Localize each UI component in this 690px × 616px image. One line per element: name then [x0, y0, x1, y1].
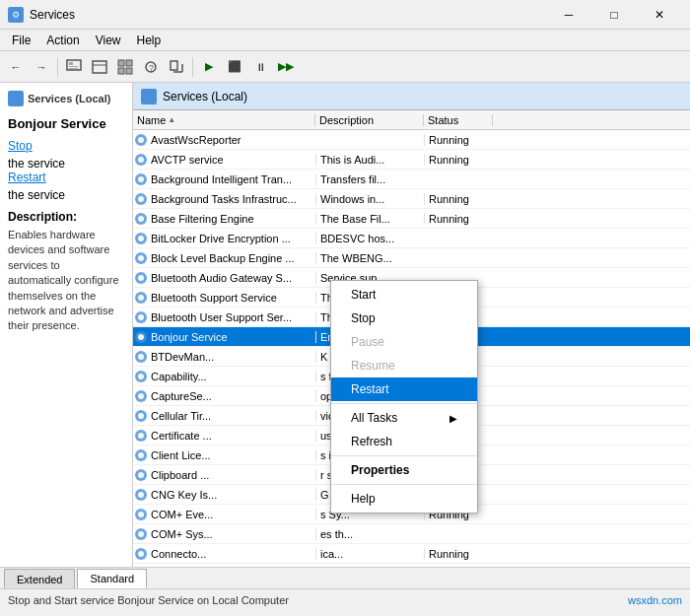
table-row[interactable]: BitLocker Drive Encryption ... BDESVC ho… [133, 229, 690, 248]
table-row[interactable]: AvastWscReporter Running [133, 130, 690, 150]
row-name-cell: COM+ Eve... [133, 507, 315, 522]
service-name-cell: Capability... [149, 371, 315, 382]
context-menu-item-stop[interactable]: Stop [331, 307, 477, 330]
toolbar-btn5[interactable] [165, 55, 188, 79]
maximize-button[interactable]: □ [591, 0, 637, 30]
service-icon [133, 250, 149, 266]
svg-point-58 [138, 551, 144, 557]
menu-view[interactable]: View [88, 32, 129, 49]
service-icon [133, 329, 149, 345]
svg-point-44 [138, 413, 144, 419]
row-name-cell: AvastWscReporter [133, 132, 315, 148]
description-label: Description: [8, 210, 124, 224]
toolbar-up[interactable] [62, 55, 86, 79]
table-row[interactable]: Connecto... ica... Running [133, 544, 690, 564]
context-menu-item-resume: Resume [331, 354, 477, 377]
close-button[interactable]: ✕ [637, 0, 682, 30]
toolbar-btn3[interactable] [113, 55, 137, 79]
service-status-cell: Running [424, 548, 493, 560]
context-menu-item-all-tasks[interactable]: All Tasks▶ [331, 406, 477, 430]
svg-rect-3 [69, 68, 78, 69]
service-status-cell: Running [424, 134, 493, 146]
svg-point-56 [138, 531, 144, 537]
row-name-cell: Bluetooth User Support Ser... [133, 309, 315, 325]
col-header-desc[interactable]: Description [315, 114, 424, 126]
menu-file[interactable]: File [4, 32, 38, 49]
window-controls: ─ □ ✕ [546, 0, 682, 30]
service-name-cell: Base Filtering Engine [149, 213, 315, 225]
service-name-cell: Bluetooth Support Service [149, 292, 315, 304]
toolbar-forward[interactable]: → [30, 55, 53, 79]
table-row[interactable]: COM+ Sys... es th... [133, 524, 690, 544]
table-row[interactable]: Background Tasks Infrastruc... Windows i… [133, 189, 690, 209]
service-desc-cell: es th... [315, 528, 424, 540]
row-name-cell: CaptureSe... [133, 388, 315, 404]
sort-arrow: ▲ [168, 115, 175, 124]
window-title: Services [30, 8, 75, 22]
svg-point-50 [138, 472, 144, 478]
toolbar-back[interactable]: ← [4, 55, 28, 79]
toolbar-show-hide[interactable] [88, 55, 111, 79]
context-menu-item-start[interactable]: Start [331, 283, 477, 307]
toolbar-restart[interactable]: ▶▶ [274, 55, 298, 79]
service-icon [133, 191, 149, 207]
service-name-cell: Client Lice... [149, 449, 315, 461]
table-row[interactable]: AVCTP service This is Audi... Running [133, 150, 690, 170]
service-desc-cell: Transfers fil... [315, 173, 424, 185]
context-menu-item-refresh[interactable]: Refresh [331, 430, 477, 453]
svg-point-40 [138, 374, 144, 379]
stop-link-text: the service [8, 157, 65, 171]
service-name-cell: AVCTP service [149, 154, 315, 166]
title-bar: ⚙ Services ─ □ ✕ [0, 0, 690, 30]
app-icon: ⚙ [8, 7, 24, 23]
tab-extended[interactable]: Extended [4, 569, 75, 588]
context-menu-item-help[interactable]: Help [331, 487, 477, 511]
menu-help[interactable]: Help [129, 32, 170, 49]
menu-action[interactable]: Action [38, 32, 87, 49]
svg-point-28 [138, 255, 144, 261]
col-header-name[interactable]: Name ▲ [133, 114, 315, 126]
brand-text: wsxdn.com [628, 594, 682, 606]
service-name-cell: CaptureSe... [149, 390, 315, 402]
service-name-cell: Certificate ... [149, 430, 315, 442]
minimize-button[interactable]: ─ [546, 0, 591, 30]
toolbar-pause[interactable]: ⏸ [248, 55, 272, 79]
col-header-status[interactable]: Status [424, 114, 493, 126]
svg-point-42 [138, 393, 144, 399]
context-menu-item-properties[interactable]: Properties [331, 458, 477, 482]
row-name-cell: Clipboard ... [133, 467, 315, 483]
context-menu-item-restart[interactable]: Restart [331, 377, 477, 401]
service-name-cell: Background Tasks Infrastruc... [149, 193, 315, 205]
service-desc-cell: BDESVC hos... [315, 233, 424, 244]
table-row[interactable]: Background Intelligent Tran... Transfers… [133, 170, 690, 189]
svg-point-32 [138, 295, 144, 301]
service-name-cell: BTDevMan... [149, 351, 315, 363]
svg-point-34 [138, 314, 144, 320]
tab-standard[interactable]: Standard [77, 569, 147, 588]
svg-rect-4 [93, 61, 106, 73]
stop-service-link[interactable]: Stop [8, 139, 124, 153]
svg-rect-7 [126, 60, 132, 66]
svg-rect-9 [126, 68, 132, 74]
toolbar-play[interactable]: ▶ [197, 55, 221, 79]
service-status-cell: Running [424, 213, 493, 225]
menu-bar: File Action View Help [0, 30, 690, 51]
service-name-cell: Clipboard ... [149, 469, 315, 481]
svg-point-16 [138, 137, 144, 143]
service-icon [133, 132, 149, 148]
toolbar-btn4[interactable]: ? [139, 55, 163, 79]
toolbar-stop[interactable]: ⬛ [223, 55, 246, 79]
row-name-cell: Capability... [133, 369, 315, 384]
svg-point-46 [138, 433, 144, 439]
restart-service-link[interactable]: Restart [8, 171, 124, 184]
table-row[interactable]: Base Filtering Engine The Base Fil... Ru… [133, 209, 690, 229]
service-name-cell: Bluetooth User Support Ser... [149, 311, 315, 323]
row-name-cell: Background Tasks Infrastruc... [133, 191, 315, 207]
service-name-cell: BitLocker Drive Encryption ... [149, 233, 315, 244]
col-name-label: Name [137, 114, 166, 126]
table-row[interactable]: Block Level Backup Engine ... The WBENG.… [133, 248, 690, 268]
service-icon [133, 467, 149, 483]
service-desc-cell: ica... [315, 548, 424, 560]
row-name-cell: Block Level Backup Engine ... [133, 250, 315, 266]
service-name-cell: Cellular Tir... [149, 410, 315, 422]
